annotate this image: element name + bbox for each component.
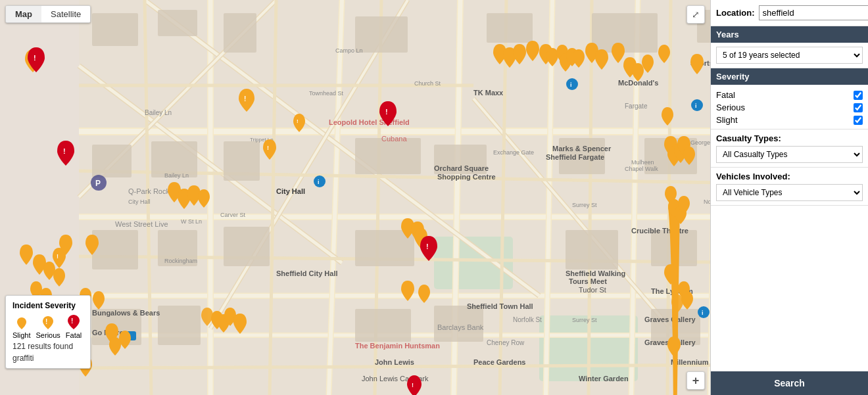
svg-text:Bungalows & Bears: Bungalows & Bears [92, 309, 160, 317]
svg-text:W St Ln: W St Ln [181, 218, 202, 225]
vehicles-select[interactable]: All Vehicle Types Car Motorcycle Bicycle… [716, 184, 863, 201]
map-add-button[interactable]: + [687, 371, 705, 390]
svg-rect-67 [158, 306, 201, 345]
severity-slight-checkbox[interactable] [854, 116, 863, 125]
legend-item-slight: Slight [12, 317, 31, 339]
years-select-row: 5 of 19 years selected [711, 43, 868, 68]
svg-text:Trippet Ln: Trippet Ln [250, 137, 274, 143]
years-select[interactable]: 5 of 19 years selected [716, 47, 863, 64]
svg-rect-46 [355, 16, 408, 53]
search-button[interactable]: Search [711, 371, 868, 395]
add-icon: + [692, 374, 700, 388]
map-type-toggle[interactable]: Map Satellite [5, 5, 91, 23]
svg-rect-48 [592, 13, 658, 53]
vehicles-label: Vehicles Involved: [716, 172, 863, 181]
casualty-label: Casualty Types: [716, 133, 863, 143]
location-row: Location: [711, 0, 868, 26]
severity-serious-label: Serious [716, 103, 745, 112]
severity-header: Severity [711, 68, 868, 85]
svg-text:Shopping Centre: Shopping Centre [437, 173, 496, 181]
slight-label: Slight [12, 331, 31, 339]
svg-rect-53 [224, 141, 260, 181]
svg-rect-59 [92, 230, 138, 269]
map-expand-button[interactable]: ⤢ [687, 5, 705, 24]
svg-rect-54 [355, 138, 421, 174]
svg-rect-43 [92, 13, 138, 46]
svg-text:Exchange Gate: Exchange Gate [493, 149, 534, 156]
severity-serious-checkbox[interactable] [854, 103, 863, 112]
svg-rect-61 [224, 227, 270, 266]
svg-text:The Lyceum: The Lyceum [651, 287, 693, 295]
svg-text:Chapel Walk: Chapel Walk [625, 166, 658, 172]
severity-row-serious: Serious [716, 101, 863, 114]
svg-text:Carver St: Carver St [220, 212, 246, 218]
svg-text:i: i [318, 179, 320, 185]
svg-rect-45 [224, 13, 256, 53]
svg-point-142 [698, 306, 710, 318]
svg-rect-44 [158, 10, 197, 36]
svg-text:Graves Gallery: Graves Gallery [644, 315, 696, 323]
svg-text:John Lewis: John Lewis [375, 358, 414, 366]
svg-text:West Street Live: West Street Live [115, 220, 168, 228]
severity-row-fatal: Fatal [716, 89, 863, 101]
legend-item-serious: ! Serious [36, 315, 60, 339]
svg-text:City Hall: City Hall [128, 198, 151, 205]
svg-rect-64 [651, 230, 697, 266]
svg-text:Barclays Bank: Barclays Bank [437, 323, 484, 331]
severity-fatal-label: Fatal [716, 90, 735, 100]
location-input[interactable] [759, 5, 869, 20]
severity-row-slight: Slight [716, 114, 863, 126]
svg-text:John Lewis Car Park: John Lewis Car Park [362, 375, 429, 383]
svg-text:Church St: Church St [414, 80, 441, 87]
svg-text:P: P [95, 179, 101, 188]
svg-text:Surrey St: Surrey St [572, 317, 597, 323]
svg-text:Fargate: Fargate [625, 103, 648, 110]
results-count: 121 results found [12, 342, 84, 351]
years-header: Years [711, 26, 868, 43]
svg-rect-68 [355, 309, 411, 342]
svg-text:Sheffield Walking: Sheffield Walking [566, 269, 625, 277]
legend-title: Incident Severity [12, 301, 84, 310]
svg-rect-51 [92, 145, 132, 177]
svg-text:Bailey Ln: Bailey Ln [164, 172, 189, 179]
svg-text:Rockingham: Rockingham [164, 258, 197, 264]
svg-text:Crucible Theatre: Crucible Theatre [631, 227, 688, 235]
casualty-section: Casualty Types: All Casualty Types Pedes… [711, 129, 868, 168]
side-panel: Location: Years 5 of 19 years selected S… [710, 0, 868, 395]
svg-text:TK Maxx: TK Maxx [473, 89, 504, 97]
svg-text:Tudor St: Tudor St [579, 286, 606, 294]
svg-text:Campo Ln: Campo Ln [335, 47, 363, 54]
svg-rect-62 [355, 230, 414, 266]
legend-item-fatal: ! Fatal [66, 314, 82, 339]
map-view-button[interactable]: Map [6, 6, 41, 22]
svg-text:Surrey St: Surrey St [572, 202, 597, 208]
svg-text:McDonald's: McDonald's [618, 79, 658, 87]
vehicles-section: Vehicles Involved: All Vehicle Types Car… [711, 168, 868, 206]
satellite-view-button[interactable]: Satellite [41, 6, 90, 22]
svg-text:i: i [695, 103, 697, 109]
graffiti-label: graffiti [12, 354, 84, 363]
svg-text:Sheffield Town Hall: Sheffield Town Hall [467, 302, 533, 310]
legend-icons: Slight ! Serious ! Fatal [12, 314, 84, 339]
svg-text:Tours Meet: Tours Meet [569, 277, 607, 285]
expand-icon: ⤢ [692, 9, 700, 20]
svg-text:P: P [124, 333, 128, 340]
severity-fatal-checkbox[interactable] [854, 91, 863, 100]
location-label: Location: [716, 8, 755, 18]
svg-text:Norfolk St: Norfolk St [513, 316, 542, 323]
svg-point-140 [691, 99, 703, 111]
serious-label: Serious [36, 331, 60, 339]
svg-text:Orchard Square: Orchard Square [434, 164, 489, 172]
svg-text:Cheney Row: Cheney Row [487, 339, 525, 346]
svg-text:Cubana: Cubana [381, 135, 407, 143]
svg-text:!: ! [45, 318, 47, 325]
svg-text:Winter Garden: Winter Garden [579, 375, 629, 383]
svg-text:City Hall: City Hall [276, 187, 305, 195]
severity-section: Fatal Serious Slight [711, 85, 868, 129]
svg-text:Mulheen: Mulheen [631, 159, 654, 166]
svg-text:Q-Park Rockingham: Q-Park Rockingham [128, 187, 193, 195]
severity-slight-label: Slight [716, 115, 738, 125]
casualty-select[interactable]: All Casualty Types Pedestrian Cyclist Mo… [716, 146, 863, 163]
svg-text:Bailey Ln: Bailey Ln [145, 109, 172, 116]
svg-text:i: i [570, 81, 572, 88]
